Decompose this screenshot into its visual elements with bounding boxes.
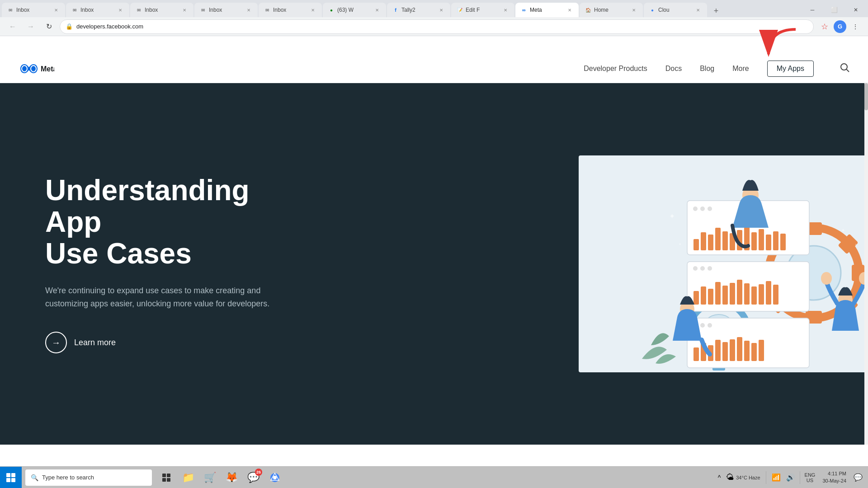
tab-2[interactable]: ✉ Inbox ✕: [66, 3, 129, 17]
tab-7[interactable]: f Tally2 ✕: [387, 3, 450, 17]
menu-button[interactable]: ⋮: [848, 19, 863, 34]
tab-1[interactable]: ✉ Inbox ✕: [2, 3, 65, 17]
svg-rect-28: [701, 232, 706, 250]
scroll-thumb[interactable]: [864, 83, 868, 110]
tab-3[interactable]: ✉ Inbox ✕: [130, 3, 193, 17]
tab-title-9: Meta: [530, 7, 563, 13]
tab-4[interactable]: ✉ Inbox ✕: [194, 3, 258, 17]
tab-favicon-8: 📝: [457, 7, 463, 13]
meta-logo[interactable]: Meta: [18, 62, 54, 75]
website: Meta Developer Products Docs Blog More M…: [0, 54, 868, 466]
svg-rect-54: [766, 281, 771, 305]
network-icon[interactable]: 📶: [770, 472, 783, 483]
svg-rect-46: [708, 289, 713, 305]
tab-11[interactable]: ● Clou ✕: [644, 3, 707, 17]
svg-line-5: [847, 70, 849, 72]
nav-more[interactable]: More: [732, 65, 749, 73]
svg-rect-44: [693, 291, 699, 305]
tab-favicon-5: ✉: [264, 7, 270, 13]
hero-content: Understanding App Use Cases We're contin…: [0, 138, 316, 390]
bookmark-button[interactable]: ☆: [817, 19, 832, 34]
svg-point-4: [841, 64, 847, 70]
volume-icon[interactable]: 🔊: [784, 472, 797, 483]
svg-rect-85: [162, 478, 166, 482]
svg-rect-30: [715, 228, 721, 250]
tab-5[interactable]: ✉ Inbox ✕: [259, 3, 322, 17]
svg-point-88: [273, 476, 277, 479]
svg-rect-52: [751, 286, 757, 305]
minimize-button[interactable]: ─: [802, 3, 823, 17]
tab-6[interactable]: ● (63) W ✕: [323, 3, 386, 17]
task-view-button[interactable]: [156, 467, 177, 488]
svg-point-24: [693, 206, 698, 211]
svg-rect-38: [773, 231, 778, 250]
svg-text:Meta: Meta: [41, 65, 54, 73]
chrome-button[interactable]: [264, 467, 286, 488]
svg-rect-64: [722, 342, 728, 361]
nav-docs[interactable]: Docs: [665, 65, 682, 73]
date-display: 30-May-24: [822, 478, 846, 484]
tab-close-1[interactable]: ✕: [52, 6, 60, 14]
weather-widget[interactable]: 🌤 34°C Haze: [724, 473, 762, 482]
close-button[interactable]: ✕: [845, 3, 866, 17]
maximize-button[interactable]: ⬜: [824, 3, 844, 17]
tab-close-5[interactable]: ✕: [309, 6, 316, 14]
tab-8[interactable]: 📝 Edit F ✕: [451, 3, 514, 17]
svg-point-26: [708, 206, 712, 211]
tab-close-7[interactable]: ✕: [438, 6, 445, 14]
tab-favicon-11: ●: [649, 7, 656, 13]
tab-favicon-10: 🏠: [585, 7, 591, 13]
tab-10[interactable]: 🏠 Home ✕: [580, 3, 643, 17]
reload-button[interactable]: ↻: [42, 19, 56, 34]
taskbar-search[interactable]: 🔍 Type here to search: [25, 469, 152, 486]
tab-title-8: Edit F: [466, 7, 499, 13]
store-button[interactable]: 🛒: [199, 467, 221, 488]
whatsapp-button[interactable]: 💬 26: [242, 467, 264, 488]
search-icon[interactable]: [839, 62, 850, 75]
tab-close-2[interactable]: ✕: [117, 6, 124, 14]
language-indicator[interactable]: ENG US: [803, 472, 817, 483]
nav-developer-products[interactable]: Developer Products: [584, 65, 647, 73]
taskbar-app-icons: 📁 🛒 🦊 💬 26: [156, 467, 286, 488]
back-button[interactable]: ←: [5, 19, 20, 34]
security-lock-icon: 🔒: [66, 23, 73, 30]
svg-point-42: [700, 266, 705, 271]
tab-title-11: Clou: [658, 7, 692, 13]
address-bar[interactable]: 🔒 developers.facebook.com: [60, 19, 814, 34]
tab-close-11[interactable]: ✕: [694, 6, 702, 14]
cta-arrow-icon: →: [52, 338, 61, 348]
nav-blog[interactable]: Blog: [700, 65, 714, 73]
tab-title-7: Tally2: [401, 7, 435, 13]
systray-divider-2: [800, 471, 800, 484]
clock[interactable]: 4:11 PM 30-May-24: [819, 470, 850, 484]
svg-rect-27: [693, 239, 699, 250]
firefox-button[interactable]: 🦊: [221, 467, 242, 488]
start-button[interactable]: [0, 467, 22, 488]
notification-icon[interactable]: 💬: [852, 472, 864, 483]
system-tray: ^ 🌤 34°C Haze 📶 🔊 ENG US: [712, 467, 868, 488]
nav-my-apps-button[interactable]: My Apps: [767, 61, 814, 77]
tab-bar: ✉ Inbox ✕ ✉ Inbox ✕ ✉ Inbox ✕ ✉ Inbox ✕ …: [0, 0, 868, 17]
new-tab-button[interactable]: +: [710, 5, 722, 17]
svg-rect-83: [162, 474, 166, 477]
tab-9-active[interactable]: ∞ Meta ✕: [515, 3, 579, 17]
profile-button[interactable]: G: [834, 20, 846, 33]
tab-title-10: Home: [594, 7, 627, 13]
svg-rect-29: [708, 235, 713, 250]
system-tray-expand[interactable]: ^: [716, 473, 723, 482]
tab-close-6[interactable]: ✕: [373, 6, 381, 14]
scrollbar[interactable]: [864, 83, 868, 445]
forward-button[interactable]: →: [24, 19, 38, 34]
file-explorer-button[interactable]: 📁: [177, 467, 199, 488]
svg-text:✦: ✦: [854, 243, 858, 247]
windows-taskbar: 🔍 Type here to search 📁 🛒 🦊: [0, 466, 868, 488]
svg-rect-37: [766, 235, 771, 250]
tab-title-1: Inbox: [16, 7, 50, 13]
tab-close-8[interactable]: ✕: [502, 6, 509, 14]
tab-close-9[interactable]: ✕: [566, 6, 573, 14]
learn-more-button[interactable]: → Learn more: [45, 332, 271, 353]
tab-close-4[interactable]: ✕: [245, 6, 252, 14]
toolbar-actions: ☆ G ⋮: [817, 19, 863, 34]
tab-close-3[interactable]: ✕: [181, 6, 188, 14]
tab-close-10[interactable]: ✕: [630, 6, 637, 14]
